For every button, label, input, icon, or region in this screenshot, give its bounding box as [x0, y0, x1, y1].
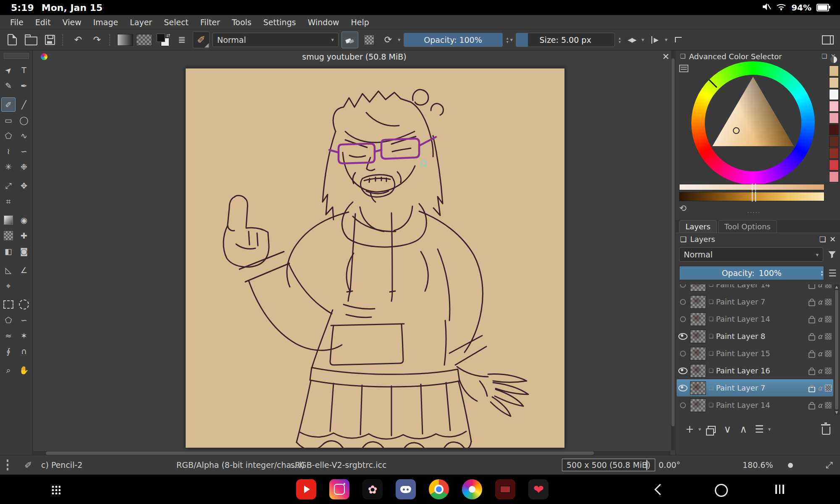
visibility-hidden-icon[interactable]	[680, 316, 686, 322]
layer-row[interactable]: ❏Paint Layer 7α	[677, 379, 833, 396]
menu-tools[interactable]: Tools	[226, 18, 257, 27]
close-icon[interactable]: ✕	[830, 235, 836, 244]
lock-icon[interactable]	[808, 284, 815, 289]
menu-filter[interactable]: Filter	[194, 18, 226, 27]
layer-row[interactable]: ❏Paint Layer 16α	[677, 362, 833, 379]
menu-select[interactable]: Select	[158, 18, 194, 27]
tool-polyline[interactable]: ∿	[17, 129, 31, 143]
color-swatch-5[interactable]	[829, 124, 839, 135]
tool-freehand-brush[interactable]: ✐	[1, 97, 16, 112]
reload-preset-button[interactable]: ⟳	[380, 32, 396, 48]
tool-magnetic-select[interactable]: ∩	[17, 344, 31, 358]
scroll-down-icon[interactable]: ▼	[835, 410, 838, 415]
home-icon[interactable]	[715, 484, 728, 497]
menu-image[interactable]: Image	[87, 18, 124, 27]
eraser-mode-button[interactable]	[341, 32, 358, 48]
filter-icon[interactable]	[827, 250, 837, 259]
gradient-handle[interactable]	[752, 184, 756, 191]
size-spinners[interactable]: ▴▾	[619, 36, 621, 44]
apps-grid-icon[interactable]	[51, 485, 60, 494]
selector-settings-icon[interactable]	[679, 65, 688, 72]
brush-preset-button[interactable]: ✐	[193, 32, 210, 48]
layer-row[interactable]: ❏Paint Layer 7α	[677, 293, 833, 310]
tool-smart-patch[interactable]: ✚	[17, 228, 31, 243]
visibility-hidden-icon[interactable]	[680, 299, 686, 305]
lock-icon[interactable]	[808, 335, 815, 341]
visibility-hidden-icon[interactable]	[680, 351, 686, 357]
color-history-icon[interactable]	[830, 56, 837, 63]
inherit-alpha-icon[interactable]	[825, 284, 832, 288]
instagram-app-icon[interactable]	[329, 479, 349, 499]
tool-contiguous-select[interactable]: ✶	[17, 328, 31, 343]
layer-name[interactable]: Paint Layer 7	[716, 383, 806, 392]
tool-enclose-fill[interactable]: ◙	[17, 244, 31, 258]
layer-thumbnail[interactable]	[690, 364, 706, 378]
color-swatch-7[interactable]	[829, 148, 839, 159]
lock-icon[interactable]	[808, 301, 815, 306]
layer-thumbnail[interactable]	[690, 347, 706, 360]
tool-calligraphy[interactable]: ✒	[17, 79, 31, 93]
tool-rectangle[interactable]: ▭	[1, 113, 16, 127]
layer-thumbnail[interactable]	[690, 312, 706, 326]
color-swatch-1[interactable]	[829, 77, 839, 88]
fav-app-icon[interactable]: ❤	[528, 479, 549, 499]
open-button[interactable]	[23, 32, 39, 48]
tool-multibrush[interactable]: ❉	[17, 160, 31, 174]
tool-polygon[interactable]: ⬠	[1, 129, 16, 143]
color-swatch-8[interactable]	[829, 160, 839, 171]
gold-gradient-bar[interactable]	[679, 192, 824, 201]
wrap-around-button[interactable]	[670, 32, 686, 48]
layer-name[interactable]: Paint Layer 14	[716, 315, 806, 323]
tool-fill[interactable]: ◧	[1, 244, 16, 258]
layer-list-scrollbar[interactable]: ▲ ▼	[834, 284, 839, 415]
float-docker-icon[interactable]: ❏	[819, 235, 826, 244]
new-document-button[interactable]	[4, 32, 20, 48]
krita-app-icon[interactable]	[462, 479, 482, 499]
inherit-alpha-icon[interactable]	[825, 316, 832, 323]
tool-rect-select[interactable]	[1, 297, 16, 312]
alpha-lock-icon[interactable]: α	[818, 315, 822, 323]
image-size-info[interactable]: 500 x 500 (50.8 MiB)	[562, 459, 655, 471]
float-docker-icon[interactable]: ❏	[822, 52, 827, 60]
lock-icon[interactable]	[808, 318, 815, 323]
layer-thumbnail[interactable]	[690, 295, 706, 309]
scroll-up-icon[interactable]: ▲	[835, 285, 838, 289]
skin-tone-gradient-bar[interactable]	[679, 184, 824, 190]
duplicate-layer-button[interactable]	[704, 422, 719, 437]
redo-button[interactable]: ↷	[89, 32, 105, 48]
layer-options-icon[interactable]: ☰	[828, 268, 837, 278]
opacity-spinners[interactable]: ▴▾	[507, 36, 509, 44]
tool-bezier-curve[interactable]: ≀	[1, 144, 16, 158]
layer-thumbnail[interactable]	[690, 381, 706, 395]
tool-color-sampler[interactable]: ◉	[17, 213, 31, 227]
blend-mode-combo[interactable]: Normal ▾	[213, 33, 339, 47]
delete-layer-button[interactable]	[819, 422, 833, 437]
tool-ellipse[interactable]: ◯	[17, 113, 31, 127]
size-spinbox[interactable]: Size: 5.00 px	[516, 33, 615, 47]
fg-bg-color-button[interactable]: ⇄	[155, 32, 171, 48]
tool-select-shapes[interactable]: ➤	[1, 63, 16, 77]
tool-transform[interactable]: ⤢	[1, 178, 16, 193]
alpha-lock-icon[interactable]: α	[818, 332, 822, 341]
tool-ellipse-select[interactable]	[17, 297, 31, 312]
preserve-alpha-button[interactable]	[361, 32, 377, 48]
color-swatch-9[interactable]	[829, 171, 839, 182]
vertical-scrollbar[interactable]	[671, 50, 675, 450]
tool-pattern-edit[interactable]	[1, 228, 16, 243]
visibility-eye-icon[interactable]	[678, 368, 688, 374]
chrome-app-icon[interactable]	[429, 479, 449, 499]
fullscreen-icon[interactable]: ⤢	[826, 460, 833, 470]
lock-icon[interactable]	[808, 352, 815, 358]
selection-mode-icon[interactable]	[7, 460, 8, 470]
color-swatch-3[interactable]	[829, 101, 839, 112]
gradient-chooser-button[interactable]	[117, 32, 133, 48]
pattern-chooser-button[interactable]	[136, 32, 152, 48]
refresh-icon[interactable]: ⟲	[679, 203, 687, 213]
menu-help[interactable]: Help	[345, 18, 375, 27]
tool-move[interactable]: ✥	[17, 178, 31, 193]
layer-row[interactable]: ❏Paint Layer 14α	[677, 396, 833, 414]
tab-layers[interactable]: Layers	[679, 220, 717, 233]
chevron-down-icon[interactable]: ▾	[698, 426, 703, 432]
recent-apps-icon[interactable]	[775, 485, 784, 494]
tab-tool-options[interactable]: Tool Options	[718, 220, 777, 233]
